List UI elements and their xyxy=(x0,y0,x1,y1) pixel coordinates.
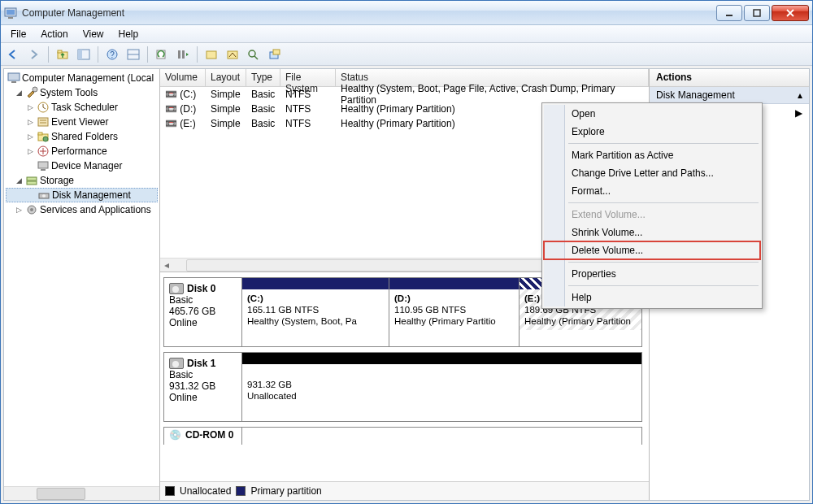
cm-delete[interactable]: Delete Volume... xyxy=(544,241,760,259)
col-layout[interactable]: Layout xyxy=(206,69,246,86)
up-button[interactable] xyxy=(54,46,72,63)
tree-root[interactable]: Computer Management (Local xyxy=(6,71,158,85)
rescan-button[interactable] xyxy=(174,46,192,63)
menu-file[interactable]: File xyxy=(4,27,33,41)
tree-hscrollbar[interactable] xyxy=(4,486,159,500)
expand-icon[interactable]: ▷ xyxy=(25,133,35,141)
menu-help[interactable]: Help xyxy=(112,27,146,41)
clock-icon xyxy=(37,101,50,114)
tool-icon-4[interactable] xyxy=(266,46,284,63)
disk-row: Disk 1 Basic 931.32 GB Online 931.32 GB … xyxy=(163,352,642,422)
drive-icon: 📼 xyxy=(165,103,177,115)
maximize-button[interactable] xyxy=(744,5,770,21)
cm-shrink[interactable]: Shrink Volume... xyxy=(544,224,760,241)
tool-icon-1[interactable] xyxy=(202,46,220,63)
cm-explore[interactable]: Explore xyxy=(544,123,760,141)
tool-icon-2[interactable] xyxy=(224,46,241,63)
svg-rect-2 xyxy=(8,17,13,19)
svg-line-19 xyxy=(254,56,258,59)
svg-rect-3 xyxy=(726,15,733,16)
close-button[interactable] xyxy=(772,5,809,21)
svg-rect-14 xyxy=(178,50,180,59)
partition[interactable]: (C:) 165.11 GB NTFS Healthy (System, Boo… xyxy=(242,278,389,346)
tree-shared-folders[interactable]: ▷ Shared Folders xyxy=(6,129,158,144)
svg-rect-15 xyxy=(182,50,185,59)
tree-services-apps[interactable]: ▷ Services and Applications xyxy=(6,202,158,217)
tree-system-tools[interactable]: ◢ System Tools xyxy=(6,85,158,100)
cm-mark-active[interactable]: Mark Partition as Active xyxy=(544,146,760,164)
tree-disk-management[interactable]: Disk Management xyxy=(6,188,158,202)
col-volume[interactable]: Volume xyxy=(160,69,206,86)
disk-label[interactable]: Disk 0 Basic 465.76 GB Online xyxy=(164,278,242,346)
show-hide-tree-button[interactable] xyxy=(75,46,93,63)
forward-button[interactable] xyxy=(25,46,43,63)
cm-properties[interactable]: Properties xyxy=(544,265,760,283)
disk-label[interactable]: Disk 1 Basic 931.32 GB Online xyxy=(164,353,242,421)
svg-rect-23 xyxy=(11,81,16,83)
cm-format[interactable]: Format... xyxy=(544,182,760,200)
expand-icon[interactable]: ▷ xyxy=(14,206,24,214)
tree-performance[interactable]: ▷ Performance xyxy=(6,144,158,159)
cm-extend: Extend Volume... xyxy=(544,206,760,224)
collapse-icon: ▴ xyxy=(798,89,802,101)
svg-point-40 xyxy=(30,208,33,211)
toolbar-separator xyxy=(197,46,198,63)
svg-rect-30 xyxy=(38,133,42,135)
tree-storage[interactable]: ◢ Storage xyxy=(6,173,158,188)
view-options-button[interactable] xyxy=(124,46,142,63)
cm-help[interactable]: Help xyxy=(544,289,760,306)
tree-event-viewer[interactable]: ▷ Event Viewer xyxy=(6,115,158,129)
cd-icon: 💿 xyxy=(169,429,182,441)
menu-action[interactable]: Action xyxy=(34,27,74,41)
svg-rect-36 xyxy=(27,181,37,185)
tree-label: Task Scheduler xyxy=(51,102,118,113)
svg-rect-16 xyxy=(207,51,216,59)
partition[interactable]: (D:) 110.95 GB NTFS Healthy (Primary Par… xyxy=(389,278,519,346)
tree-device-manager[interactable]: Device Manager xyxy=(6,159,158,173)
toolbar-separator xyxy=(98,46,98,63)
volume-row[interactable]: 📼 (C:) Simple Basic NTFS Healthy (System… xyxy=(160,87,649,102)
back-button[interactable] xyxy=(4,46,22,63)
svg-rect-21 xyxy=(273,50,280,54)
col-filesystem[interactable]: File System xyxy=(280,69,336,86)
event-icon xyxy=(37,115,50,128)
expand-icon[interactable]: ▷ xyxy=(25,118,35,126)
cdrom-label[interactable]: 💿CD-ROM 0 xyxy=(164,428,242,445)
titlebar: Computer Management xyxy=(1,1,812,25)
disk-row-cdrom: 💿CD-ROM 0 xyxy=(163,427,642,445)
collapse-icon[interactable]: ◢ xyxy=(14,89,24,97)
tree-label: Services and Applications xyxy=(40,204,151,215)
legend-swatch-unallocated xyxy=(165,486,175,496)
svg-point-38 xyxy=(42,194,46,198)
tool-icon-3[interactable] xyxy=(245,46,263,63)
svg-rect-6 xyxy=(58,50,62,53)
expand-icon[interactable]: ▷ xyxy=(25,103,35,111)
toolbar: ? xyxy=(1,43,812,66)
partition-unallocated[interactable]: 931.32 GB Unallocated xyxy=(242,353,641,421)
svg-rect-26 xyxy=(38,118,48,126)
cm-open[interactable]: Open xyxy=(544,105,760,123)
help-button[interactable]: ? xyxy=(103,46,121,63)
menubar: File Action View Help xyxy=(1,25,812,43)
menu-view[interactable]: View xyxy=(76,27,111,41)
drive-icon: 📼 xyxy=(165,89,177,100)
menu-separator xyxy=(568,262,759,263)
minimize-button[interactable] xyxy=(716,5,742,21)
expand-icon[interactable]: ▷ xyxy=(25,147,35,155)
legend: Unallocated Primary partition xyxy=(160,481,649,500)
tools-icon xyxy=(25,86,38,99)
col-type[interactable]: Type xyxy=(246,69,280,86)
menu-separator xyxy=(568,202,759,203)
svg-rect-33 xyxy=(38,162,48,168)
svg-rect-1 xyxy=(7,10,15,15)
svg-text:?: ? xyxy=(110,50,115,59)
disk-icon xyxy=(169,358,184,369)
svg-rect-8 xyxy=(78,50,82,59)
refresh-button[interactable] xyxy=(153,46,171,63)
legend-label: Unallocated xyxy=(180,485,231,497)
actions-section[interactable]: Disk Management ▴ xyxy=(650,87,809,104)
cm-change-letter[interactable]: Change Drive Letter and Paths... xyxy=(544,164,760,182)
svg-rect-4 xyxy=(754,10,760,16)
tree-task-scheduler[interactable]: ▷ Task Scheduler xyxy=(6,100,158,115)
collapse-icon[interactable]: ◢ xyxy=(14,176,24,185)
